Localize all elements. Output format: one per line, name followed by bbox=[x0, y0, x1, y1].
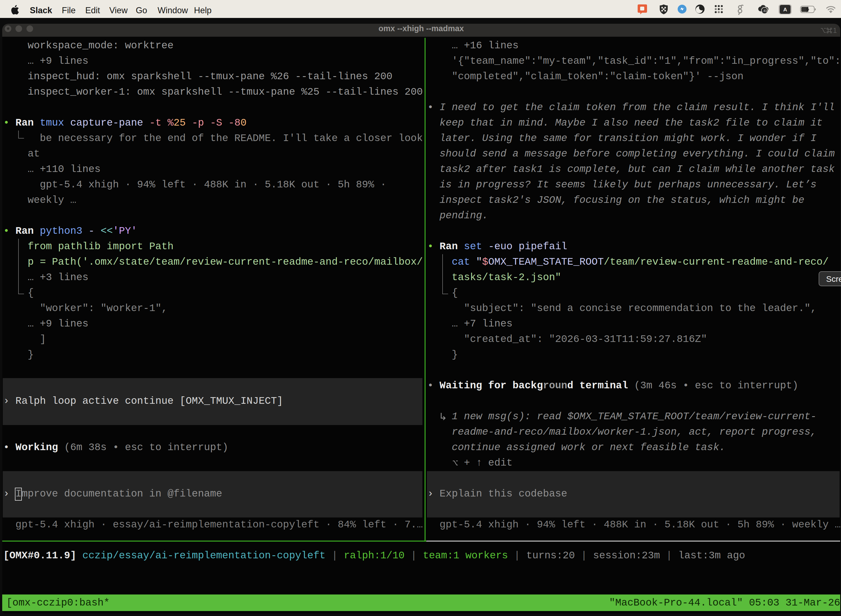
svg-text:A: A bbox=[783, 7, 787, 12]
svg-text:..61: ..61 bbox=[762, 9, 767, 12]
